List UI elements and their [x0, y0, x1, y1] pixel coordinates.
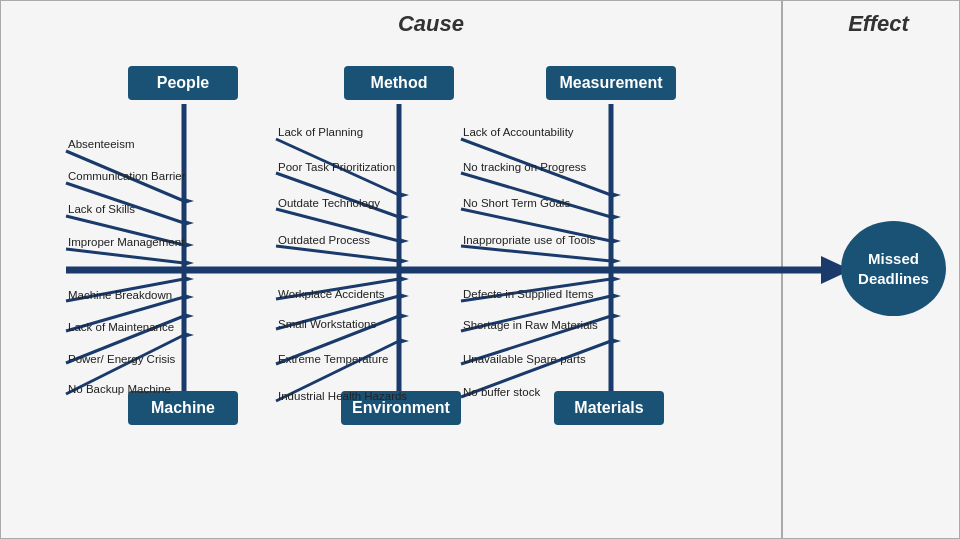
label-no-buffer-stock: No buffer stock — [463, 386, 540, 398]
label-poor-task: Poor Task Prioritization — [278, 161, 395, 173]
label-unavailable-spare: Unavailable Spare parts — [463, 353, 586, 365]
effect-ellipse: Missed Deadlines — [841, 221, 946, 316]
svg-marker-10 — [184, 260, 194, 266]
svg-marker-23 — [399, 214, 409, 220]
svg-marker-42 — [611, 238, 621, 244]
svg-line-39 — [461, 173, 611, 217]
svg-marker-8 — [184, 242, 194, 248]
category-measurement: Measurement — [546, 66, 676, 100]
cause-header: Cause — [81, 11, 781, 37]
svg-marker-40 — [611, 214, 621, 220]
svg-marker-44 — [611, 258, 621, 264]
svg-line-9 — [66, 249, 184, 263]
svg-line-22 — [276, 173, 399, 217]
label-inappropriate-tools: Inappropriate use of Tools — [463, 234, 595, 246]
svg-marker-35 — [399, 338, 409, 344]
label-shortage-raw: Shortage in Raw Materials — [463, 319, 598, 331]
label-extreme-temp: Extreme Temperature — [278, 353, 388, 365]
label-communication-barrier: Communication Barrier — [68, 170, 186, 182]
label-no-backup-machine: No Backup Machine — [68, 383, 171, 395]
label-lack-accountability: Lack of Accountability — [463, 126, 574, 138]
label-power-crisis: Power/ Energy Crisis — [68, 353, 175, 365]
label-no-short-term-goals: No Short Term Goals — [463, 197, 570, 209]
svg-line-43 — [461, 246, 611, 261]
label-defects-supplied: Defects in Supplied Items — [463, 288, 593, 300]
svg-marker-18 — [184, 332, 194, 338]
svg-marker-16 — [184, 313, 194, 319]
svg-marker-25 — [399, 238, 409, 244]
label-small-workstations: Small Workstations — [278, 318, 376, 330]
svg-marker-38 — [611, 192, 621, 198]
label-machine-breakdown: Machine Breakdown — [68, 289, 172, 301]
svg-marker-27 — [399, 258, 409, 264]
divider-line — [781, 1, 783, 539]
label-workplace-accidents: Workplace Accidents — [278, 288, 385, 300]
svg-marker-21 — [399, 192, 409, 198]
effect-header: Effect — [801, 11, 956, 37]
category-materials: Materials — [554, 391, 664, 425]
svg-marker-6 — [184, 220, 194, 226]
svg-marker-46 — [611, 276, 621, 282]
svg-marker-48 — [611, 293, 621, 299]
svg-marker-29 — [399, 276, 409, 282]
svg-marker-33 — [399, 313, 409, 319]
fishbone-diagram: Cause Effect — [0, 0, 960, 539]
label-outdate-tech: Outdate Technology — [278, 197, 380, 209]
svg-marker-50 — [611, 313, 621, 319]
category-method: Method — [344, 66, 454, 100]
label-outdated-process: Outdated Process — [278, 234, 370, 246]
category-people: People — [128, 66, 238, 100]
label-improper-management: Improper Management — [68, 236, 184, 248]
svg-marker-31 — [399, 293, 409, 299]
label-industrial-health: Industrial Health Hazards — [278, 390, 407, 402]
svg-marker-4 — [184, 198, 194, 204]
label-no-tracking: No tracking on Progress — [463, 161, 586, 173]
svg-marker-14 — [184, 294, 194, 300]
svg-marker-52 — [611, 338, 621, 344]
label-absenteeism: Absenteeism — [68, 138, 134, 150]
label-lack-planning: Lack of Planning — [278, 126, 363, 138]
svg-line-26 — [276, 246, 399, 261]
label-lack-maintenance: Lack of Maintenance — [68, 321, 174, 333]
svg-marker-12 — [184, 276, 194, 282]
category-machine: Machine — [128, 391, 238, 425]
label-lack-skills: Lack of Skills — [68, 203, 135, 215]
